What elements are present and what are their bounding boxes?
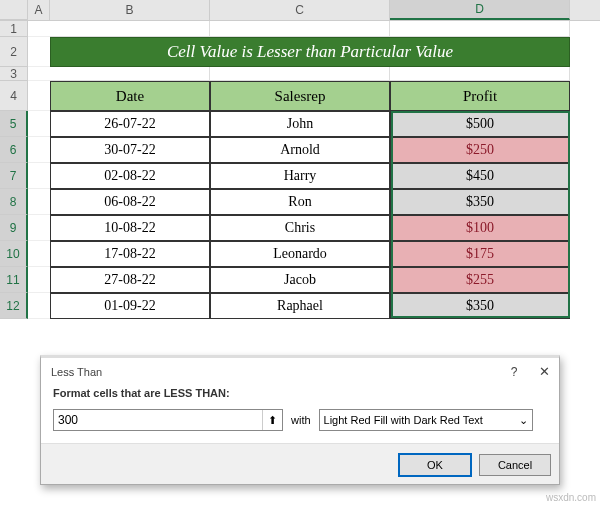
table-cell-salesrep[interactable]: Raphael	[210, 293, 390, 319]
row-header-4[interactable]: 4	[0, 81, 28, 111]
dialog-title: Less Than	[51, 366, 102, 378]
table-header-profit[interactable]: Profit	[390, 81, 570, 111]
table-cell-salesrep[interactable]: John	[210, 111, 390, 137]
close-icon[interactable]: ✕	[537, 364, 551, 379]
collapse-dialog-icon[interactable]: ⬆	[262, 410, 282, 430]
table-cell-profit[interactable]: $255	[390, 267, 570, 293]
table-cell-salesrep[interactable]: Ron	[210, 189, 390, 215]
col-header-D[interactable]: D	[390, 0, 570, 20]
value-input-wrap[interactable]: ⬆	[53, 409, 283, 431]
threshold-input[interactable]	[54, 411, 262, 429]
chevron-down-icon: ⌄	[519, 414, 528, 427]
row-header-6[interactable]: 6	[0, 137, 28, 163]
row-header-11[interactable]: 11	[0, 267, 28, 293]
table-cell-profit[interactable]: $100	[390, 215, 570, 241]
row-header-3[interactable]: 3	[0, 67, 28, 81]
table-cell-date[interactable]: 02-08-22	[50, 163, 210, 189]
row-header-7[interactable]: 7	[0, 163, 28, 189]
table-cell-profit[interactable]: $450	[390, 163, 570, 189]
table-header-salesrep[interactable]: Salesrep	[210, 81, 390, 111]
help-icon[interactable]: ?	[507, 365, 521, 379]
table-cell-date[interactable]: 01-09-22	[50, 293, 210, 319]
ok-button[interactable]: OK	[399, 454, 471, 476]
table-cell-salesrep[interactable]: Jacob	[210, 267, 390, 293]
format-dropdown-value: Light Red Fill with Dark Red Text	[324, 414, 483, 426]
row-header-10[interactable]: 10	[0, 241, 28, 267]
cancel-button[interactable]: Cancel	[479, 454, 551, 476]
table-cell-salesrep[interactable]: Chris	[210, 215, 390, 241]
table-cell-date[interactable]: 17-08-22	[50, 241, 210, 267]
table-cell-salesrep[interactable]: Harry	[210, 163, 390, 189]
table-cell-profit[interactable]: $250	[390, 137, 570, 163]
row-header-9[interactable]: 9	[0, 215, 28, 241]
with-label: with	[291, 414, 311, 426]
less-than-dialog: Less Than ? ✕ Format cells that are LESS…	[40, 355, 560, 485]
row-header-2[interactable]: 2	[0, 37, 28, 67]
row-header-5[interactable]: 5	[0, 111, 28, 137]
table-cell-date[interactable]: 10-08-22	[50, 215, 210, 241]
table-header-date[interactable]: Date	[50, 81, 210, 111]
table-cell-date[interactable]: 27-08-22	[50, 267, 210, 293]
table-cell-profit[interactable]: $350	[390, 189, 570, 215]
table-cell-date[interactable]: 30-07-22	[50, 137, 210, 163]
row-header-1[interactable]: 1	[0, 21, 28, 37]
table-cell-profit[interactable]: $350	[390, 293, 570, 319]
select-all-corner[interactable]	[0, 0, 28, 20]
page-title[interactable]: Cell Value is Lesser than Particular Val…	[50, 37, 570, 67]
row-header-12[interactable]: 12	[0, 293, 28, 319]
table-cell-salesrep[interactable]: Leonardo	[210, 241, 390, 267]
table-cell-profit[interactable]: $500	[390, 111, 570, 137]
watermark: wsxdn.com	[546, 492, 596, 503]
table-cell-date[interactable]: 06-08-22	[50, 189, 210, 215]
table-cell-profit[interactable]: $175	[390, 241, 570, 267]
format-dropdown[interactable]: Light Red Fill with Dark Red Text ⌄	[319, 409, 533, 431]
col-header-C[interactable]: C	[210, 0, 390, 20]
row-header-8[interactable]: 8	[0, 189, 28, 215]
col-header-B[interactable]: B	[50, 0, 210, 20]
table-cell-date[interactable]: 26-07-22	[50, 111, 210, 137]
dialog-label: Format cells that are LESS THAN:	[53, 387, 547, 399]
col-header-A[interactable]: A	[28, 0, 50, 20]
table-cell-salesrep[interactable]: Arnold	[210, 137, 390, 163]
